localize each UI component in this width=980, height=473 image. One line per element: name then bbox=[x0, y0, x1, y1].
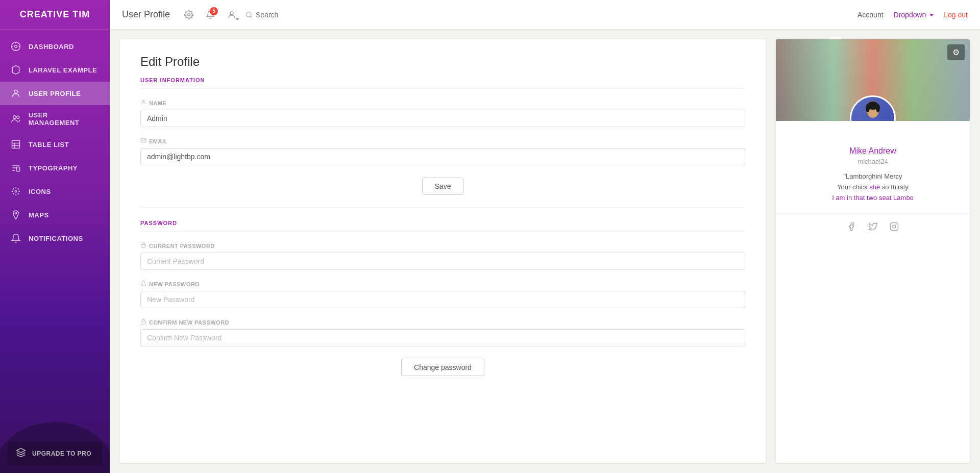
twitter-icon[interactable] bbox=[868, 222, 877, 234]
search-bar[interactable] bbox=[246, 11, 317, 19]
svg-point-6 bbox=[14, 90, 18, 93]
sidebar-item-user-management[interactable]: User Management bbox=[0, 105, 110, 133]
svg-point-41 bbox=[893, 225, 896, 228]
name-field-group: NAME bbox=[140, 99, 745, 127]
notification-badge: 5 bbox=[210, 7, 218, 15]
sidebar-item-label: User Management bbox=[29, 111, 100, 127]
profile-quote: "Lamborghini Mercy Your chick she so thi… bbox=[786, 171, 960, 203]
quote-line4: I am in that two seat Lambo bbox=[832, 194, 914, 202]
sidebar-item-table-list[interactable]: Table List bbox=[0, 133, 110, 156]
content-area: Edit Profile USER INFORMATION NAME bbox=[110, 29, 980, 473]
topbar-icons: 5 bbox=[180, 6, 240, 23]
search-input[interactable] bbox=[256, 11, 317, 19]
svg-rect-13 bbox=[17, 167, 20, 171]
profile-settings-button[interactable]: ⚙ bbox=[947, 44, 965, 60]
gear-icon: ⚙ bbox=[952, 48, 960, 57]
sidebar-item-maps[interactable]: Maps bbox=[0, 203, 110, 227]
sidebar-item-typography[interactable]: Typography bbox=[0, 156, 110, 180]
svg-point-15 bbox=[15, 187, 17, 189]
sidebar-item-label: Table List bbox=[29, 141, 69, 148]
upgrade-label: Upgrade to Pro bbox=[32, 450, 91, 457]
svg-point-21 bbox=[18, 188, 19, 190]
sidebar-brand: CREATIVE TIM bbox=[0, 0, 110, 30]
settings-icon-btn[interactable] bbox=[180, 6, 198, 23]
table-icon bbox=[10, 139, 21, 150]
svg-point-28 bbox=[142, 100, 144, 102]
svg-point-8 bbox=[16, 116, 19, 118]
user-info-section-label: USER INFORMATION bbox=[140, 77, 745, 89]
section-divider bbox=[140, 207, 745, 208]
name-input[interactable] bbox=[140, 110, 745, 127]
sidebar-item-label: Laravel Example bbox=[29, 66, 97, 74]
save-button[interactable]: Save bbox=[422, 178, 464, 195]
sidebar-item-label: Dashboard bbox=[29, 43, 74, 51]
sidebar-item-label: Typography bbox=[29, 164, 78, 172]
user-menu-btn[interactable] bbox=[223, 6, 240, 23]
change-password-button[interactable]: Change password bbox=[401, 359, 484, 376]
upgrade-icon bbox=[16, 447, 26, 459]
current-password-label: CURRENT PASSWORD bbox=[140, 242, 745, 250]
icons-icon bbox=[10, 186, 21, 197]
sidebar-item-icons[interactable]: Icons bbox=[0, 180, 110, 203]
profile-social bbox=[776, 214, 970, 242]
instagram-icon[interactable] bbox=[890, 222, 899, 234]
email-input[interactable] bbox=[140, 148, 745, 165]
lock-icon-current bbox=[140, 242, 146, 250]
svg-point-16 bbox=[15, 194, 17, 195]
notifications-icon bbox=[10, 233, 21, 244]
svg-point-7 bbox=[13, 116, 16, 119]
search-icon bbox=[246, 11, 253, 18]
notifications-btn[interactable]: 5 bbox=[202, 6, 219, 23]
sidebar-item-label: Maps bbox=[29, 211, 49, 219]
sidebar-item-notifications[interactable]: Notifications bbox=[0, 227, 110, 250]
svg-rect-40 bbox=[891, 223, 898, 231]
email-icon bbox=[140, 137, 146, 145]
facebook-icon[interactable] bbox=[847, 222, 856, 234]
sidebar-item-user-profile[interactable]: User Profile bbox=[0, 82, 110, 105]
current-password-group: CURRENT PASSWORD bbox=[140, 242, 745, 270]
account-link[interactable]: Account bbox=[857, 11, 884, 19]
avatar-wrapper bbox=[850, 95, 896, 121]
dashboard-icon bbox=[10, 41, 21, 52]
dropdown-link[interactable]: Dropdown bbox=[894, 11, 934, 19]
change-password-button-container: Change password bbox=[140, 359, 745, 376]
svg-point-20 bbox=[18, 193, 19, 195]
email-label: EMAIL bbox=[140, 137, 745, 145]
svg-point-24 bbox=[188, 13, 190, 16]
svg-point-1 bbox=[15, 45, 17, 48]
svg-point-39 bbox=[876, 104, 880, 112]
svg-point-38 bbox=[866, 104, 870, 112]
current-password-input[interactable] bbox=[140, 253, 745, 270]
logout-link[interactable]: Log out bbox=[944, 11, 968, 19]
user-icon bbox=[10, 88, 21, 99]
lock-icon-confirm bbox=[140, 318, 146, 326]
sidebar-item-label: Icons bbox=[29, 188, 51, 195]
svg-point-25 bbox=[230, 12, 233, 15]
page-title: User Profile bbox=[122, 9, 170, 20]
topbar: User Profile 5 bbox=[110, 0, 980, 29]
svg-point-17 bbox=[12, 191, 13, 192]
name-label: NAME bbox=[140, 99, 745, 107]
edit-profile-card: Edit Profile USER INFORMATION NAME bbox=[120, 39, 766, 463]
profile-cover: ⚙ bbox=[776, 39, 970, 121]
svg-point-23 bbox=[15, 212, 16, 214]
new-password-input[interactable] bbox=[140, 291, 745, 308]
svg-point-18 bbox=[18, 191, 19, 192]
sidebar-item-dashboard[interactable]: Dashboard bbox=[0, 35, 110, 58]
confirm-password-label: CONFIRM NEW PASSWORD bbox=[140, 318, 745, 326]
password-section-label: PASSWORD bbox=[140, 220, 745, 232]
upgrade-button[interactable]: Upgrade to Pro bbox=[8, 441, 102, 465]
dropdown-chevron bbox=[929, 13, 934, 17]
lock-icon-new bbox=[140, 280, 146, 288]
confirm-password-input[interactable] bbox=[140, 329, 745, 346]
avatar bbox=[850, 95, 896, 121]
sidebar-item-label: Notifications bbox=[29, 235, 83, 242]
profile-sidebar-card: ⚙ bbox=[776, 39, 970, 463]
typography-icon bbox=[10, 162, 21, 173]
profile-username: michael24 bbox=[786, 158, 960, 165]
sidebar-item-laravel[interactable]: Laravel Example bbox=[0, 58, 110, 82]
sidebar-nav: Dashboard Laravel Example User Profile bbox=[0, 30, 110, 436]
svg-rect-32 bbox=[141, 321, 146, 325]
confirm-password-group: CONFIRM NEW PASSWORD bbox=[140, 318, 745, 346]
svg-rect-29 bbox=[141, 138, 146, 142]
